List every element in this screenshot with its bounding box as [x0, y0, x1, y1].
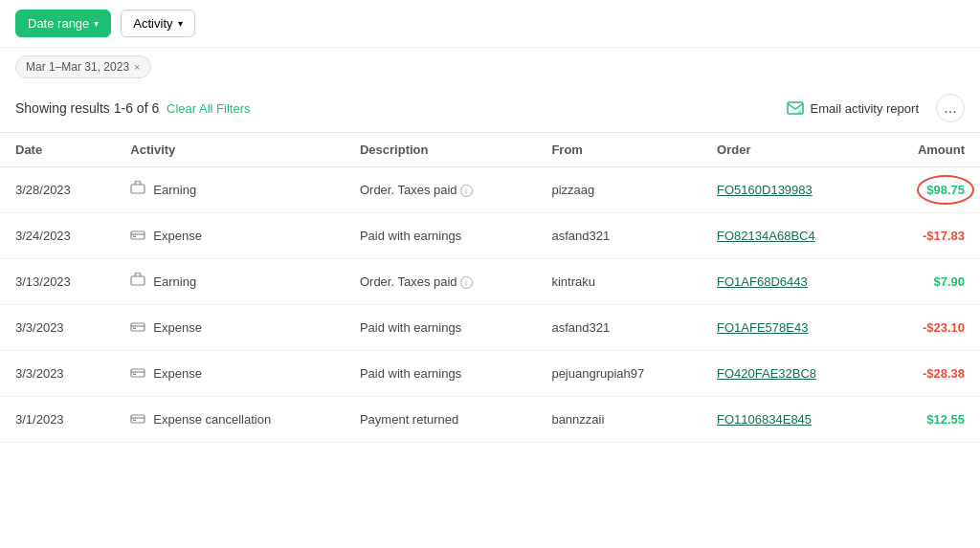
cell-description: Paid with earnings: [345, 213, 536, 259]
amount-value: -$23.10: [923, 320, 965, 335]
expense-cancel-icon: [130, 410, 145, 428]
svg-rect-3: [131, 185, 145, 193]
activity-type-label: Earning: [153, 183, 196, 197]
svg-rect-10: [133, 374, 136, 376]
more-options-button[interactable]: ...: [936, 94, 965, 122]
expense-icon: [130, 364, 145, 383]
cell-description: Paid with earnings: [345, 351, 536, 397]
email-report-label: Email activity report: [811, 101, 919, 116]
col-header-from: From: [536, 133, 702, 167]
earning-icon: [130, 181, 145, 199]
info-icon[interactable]: i: [460, 276, 473, 289]
results-bar: Showing results 1-6 of 6 Clear All Filte…: [0, 86, 980, 132]
activity-type-label: Earning: [153, 274, 196, 289]
earning-icon: [130, 273, 145, 291]
col-header-amount: Amount: [876, 133, 980, 167]
table-row: 3/13/2023 EarningOrder. Taxes paidikintr…: [0, 259, 980, 305]
email-report-button[interactable]: ≡ Email activity report: [778, 94, 926, 122]
col-header-activity: Activity: [115, 133, 345, 167]
amount-value: -$17.83: [923, 229, 965, 243]
table-row: 3/24/2023 ExpensePaid with earningsasfan…: [0, 213, 980, 259]
filter-tags-bar: Mar 1–Mar 31, 2023 ×: [0, 48, 980, 86]
date-range-tag-close[interactable]: ×: [134, 61, 140, 73]
cell-date: 3/13/2023: [0, 259, 115, 305]
order-link[interactable]: FO82134A68BC4: [717, 229, 815, 243]
cell-amount: $12.55: [876, 397, 980, 443]
cell-from: kintraku: [536, 259, 702, 305]
amount-value: $12.55: [926, 412, 965, 427]
highlighted-amount-wrapper: $98.75: [926, 183, 965, 197]
svg-rect-9: [131, 369, 145, 377]
col-header-order: Order: [702, 133, 876, 167]
cell-from: pejuangrupiah97: [536, 351, 702, 397]
svg-rect-11: [131, 415, 145, 423]
cell-from: pizzaag: [536, 167, 702, 213]
cell-description: Payment returned: [345, 397, 536, 443]
order-link[interactable]: FO5160D139983: [717, 183, 813, 197]
cell-order: FO1AF68D6443: [702, 259, 876, 305]
cell-amount: -$28.38: [876, 351, 980, 397]
activity-button[interactable]: Activity ▾: [121, 10, 194, 37]
clear-all-filters-link[interactable]: Clear All Filters: [167, 101, 250, 116]
cell-order: FO420FAE32BC8: [702, 351, 876, 397]
table-row: 3/28/2023 EarningOrder. Taxes paidipizza…: [0, 167, 980, 213]
svg-rect-6: [131, 276, 145, 285]
svg-text:≡: ≡: [798, 109, 801, 115]
cell-from: bannzzaii: [536, 397, 702, 443]
cell-activity: Expense: [115, 305, 345, 351]
svg-rect-7: [131, 323, 145, 331]
col-header-description: Description: [345, 133, 536, 167]
expense-icon: [130, 227, 145, 245]
table-row: 3/3/2023 ExpensePaid with earningsasfand…: [0, 305, 980, 351]
cell-date: 3/28/2023: [0, 167, 115, 213]
order-link[interactable]: FO1AF68D6443: [717, 274, 808, 289]
activity-chevron: ▾: [178, 18, 183, 29]
cell-activity: Earning: [115, 167, 345, 213]
cell-activity: Earning: [115, 259, 345, 305]
cell-amount: $7.90: [876, 259, 980, 305]
cell-order: FO1106834E845: [702, 397, 876, 443]
activity-table: Date Activity Description From Order Amo…: [0, 132, 980, 443]
date-range-tag-value: Mar 1–Mar 31, 2023: [26, 60, 129, 74]
date-range-button[interactable]: Date range ▾: [15, 10, 111, 37]
cell-description: Paid with earnings: [345, 305, 536, 351]
activity-type-label: Expense: [153, 320, 202, 335]
date-range-chevron: ▾: [94, 18, 99, 29]
table-header-row: Date Activity Description From Order Amo…: [0, 133, 980, 167]
cell-order: FO82134A68BC4: [702, 213, 876, 259]
col-header-date: Date: [0, 133, 115, 167]
results-summary: Showing results 1-6 of 6 Clear All Filte…: [15, 100, 251, 116]
order-link[interactable]: FO420FAE32BC8: [717, 366, 816, 381]
amount-value: $98.75: [926, 183, 965, 197]
info-icon[interactable]: i: [460, 185, 473, 197]
cell-amount: -$17.83: [876, 213, 980, 259]
activity-type-label: Expense: [153, 229, 202, 243]
cell-date: 3/3/2023: [0, 351, 115, 397]
order-link[interactable]: FO1106834E845: [717, 412, 812, 427]
cell-amount: $98.75: [876, 167, 980, 213]
amount-value: $7.90: [933, 274, 965, 289]
cell-description: Order. Taxes paidi: [345, 259, 536, 305]
activity-type-label: Expense: [153, 366, 202, 381]
cell-activity: Expense: [115, 213, 345, 259]
svg-rect-8: [133, 328, 136, 330]
cell-date: 3/1/2023: [0, 397, 115, 443]
cell-from: asfand321: [536, 305, 702, 351]
cell-activity: Expense cancellation: [115, 397, 345, 443]
date-range-tag: Mar 1–Mar 31, 2023 ×: [15, 55, 151, 78]
cell-order: FO5160D139983: [702, 167, 876, 213]
cell-order: FO1AFE578E43: [702, 305, 876, 351]
svg-rect-5: [133, 236, 136, 238]
activity-label: Activity: [133, 16, 172, 31]
expense-icon: [130, 318, 145, 337]
cell-description: Order. Taxes paidi: [345, 167, 536, 213]
cell-activity: Expense: [115, 351, 345, 397]
results-text: Showing results 1-6 of 6: [15, 100, 159, 116]
svg-rect-4: [131, 231, 145, 239]
top-bar: Date range ▾ Activity ▾: [0, 0, 980, 48]
email-report-icon: ≡: [786, 99, 805, 118]
svg-rect-12: [133, 420, 136, 422]
order-link[interactable]: FO1AFE578E43: [717, 320, 808, 335]
table-row: 3/1/2023 Expense cancellationPayment ret…: [0, 397, 980, 443]
cell-date: 3/3/2023: [0, 305, 115, 351]
